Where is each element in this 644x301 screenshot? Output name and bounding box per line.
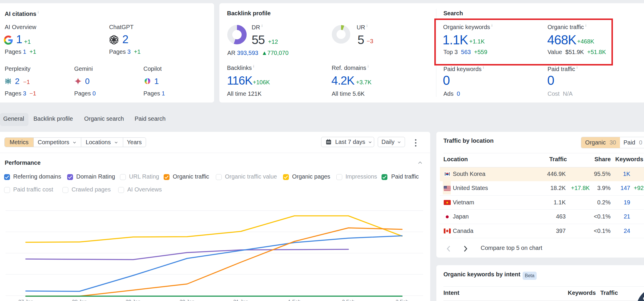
svg-text:2 Feb: 2 Feb: [342, 299, 355, 301]
svg-text:30 Jan: 30 Jan: [179, 299, 194, 301]
svg-text:31 Jan: 31 Jan: [233, 299, 248, 301]
svg-text:3 Feb: 3 Feb: [396, 299, 408, 301]
svg-text:27 Jan: 27 Jan: [18, 299, 33, 301]
svg-text:1 Feb: 1 Feb: [288, 299, 301, 301]
svg-text:28 Jan: 28 Jan: [72, 299, 87, 301]
svg-text:29 Jan: 29 Jan: [126, 299, 140, 301]
